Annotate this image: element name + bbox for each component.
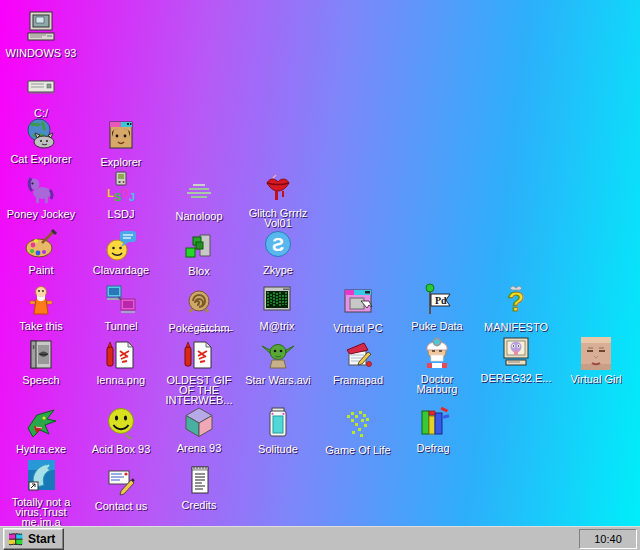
desktop-icon-speech[interactable]: Speech (3, 337, 79, 385)
icon-label: OLDEST GIF OF THE INTERWEB... (161, 375, 237, 405)
crayondoc-icon (103, 337, 139, 373)
nanoloop-icon (181, 173, 217, 209)
svg-text:D: D (121, 187, 129, 199)
contact-icon (103, 463, 139, 499)
icon-label: DEREG32.E... (478, 373, 554, 383)
explorerface-icon (103, 119, 139, 155)
doctor-icon (419, 336, 455, 372)
icon-label: Pokég̶ã̶t̶c̶h̶m̶ (161, 323, 237, 333)
desktop-icon-glitch-grrrlz[interactable]: Glitch Grrrlz Vol01 (240, 170, 316, 228)
start-button-label: Start (28, 532, 55, 546)
icon-label: Acid Box 93 (83, 444, 159, 454)
desktop-icon-paint[interactable]: Paint (3, 227, 79, 275)
desktop-icon-dereg32[interactable]: DEREG32.E... (478, 335, 554, 383)
icon-label: Tunnel (83, 321, 159, 331)
desktop-icon-arena-93[interactable]: Arena 93 (161, 405, 237, 453)
dolphin-icon (23, 459, 59, 495)
defrag-icon (415, 405, 451, 441)
svg-text:L: L (107, 187, 114, 199)
taskbar: Start 10:40 (0, 526, 640, 550)
icon-label: Hydra.exe (3, 444, 79, 454)
dereg-icon (498, 335, 534, 371)
chatsmiley-icon (103, 227, 139, 263)
desktop-icon-windows-93[interactable]: WINDOWS 93 (3, 10, 79, 58)
desktop-icon-doctor-marburg[interactable]: Doctor Marburg (399, 336, 475, 394)
svg-text:J: J (129, 191, 135, 203)
icon-label: Credits (161, 500, 237, 510)
desktop-icon-clavardage[interactable]: Clavardage (83, 227, 159, 275)
desktop-icon-take-this[interactable]: Take this (3, 283, 79, 331)
icon-label: Clavardage (83, 265, 159, 275)
palette-icon (23, 227, 59, 263)
desktop-icon-pokegotchi[interactable]: Pokég̶ã̶t̶c̶h̶m̶ (161, 285, 237, 333)
icon-label: Framapad (320, 375, 396, 385)
icon-label: Cat Explorer (3, 154, 79, 164)
icon-label: Defrag (395, 443, 471, 453)
cube-icon (181, 405, 217, 441)
tunnel-icon (103, 283, 139, 319)
desktop-icon-oldest-gif[interactable]: OLDEST GIF OF THE INTERWEB... (161, 337, 237, 405)
icon-label: Doctor Marburg (399, 374, 475, 394)
dragon-icon (23, 406, 59, 442)
icon-label: Speech (3, 375, 79, 385)
icon-label: Poney Jockey (3, 209, 79, 219)
win93-flag-icon (8, 531, 24, 547)
icon-label: LSDJ (83, 209, 159, 219)
desktop-icon-not-a-virus[interactable]: Totally not a virus.Trust me.im.a (3, 459, 79, 526)
desktop-icon-game-of-life[interactable]: Game Of Life (320, 407, 396, 455)
icon-label: Explorer (83, 157, 159, 167)
icon-label: Nanoloop (161, 211, 237, 221)
icon-label: Contact us (83, 501, 159, 511)
lips-icon (260, 170, 296, 206)
desktop-icon-defrag[interactable]: Defrag (395, 405, 471, 453)
start-button[interactable]: Start (3, 528, 64, 550)
desktop-icon-lsdj[interactable]: LSDJLSDJ (83, 171, 159, 219)
gameoflife-icon (340, 407, 376, 443)
icon-label: MANIFESTO (478, 322, 554, 332)
icon-label: Totally not a virus.Trust me.im.a (3, 497, 79, 526)
desktop-icon-credits[interactable]: Credits (161, 462, 237, 510)
desktop-icon-tunnel[interactable]: Tunnel (83, 283, 159, 331)
icon-label: lenna.png (83, 375, 159, 385)
desktop-icon-lenna-png[interactable]: lenna.png (83, 337, 159, 385)
virtualgirl-icon (578, 336, 614, 372)
desktop-icon-virtual-pc[interactable]: Virtual PC (320, 285, 396, 333)
svg-text:Pd: Pd (435, 295, 447, 306)
desktop-icon-virtual-girl[interactable]: Virtual Girl (558, 336, 634, 384)
icon-label: Star Wars.avi (240, 375, 316, 385)
desktop-icon-hydra-exe[interactable]: Hydra.exe (3, 406, 79, 454)
desktop-icon-poney-jockey[interactable]: Poney Jockey (3, 171, 79, 219)
question-icon: ? (498, 284, 534, 320)
desktop-icon-manifesto[interactable]: ?MANIFESTO (478, 284, 554, 332)
clock-tray[interactable]: 10:40 (579, 529, 637, 549)
acidsmiley-icon (103, 406, 139, 442)
icon-label: Game Of Life (320, 445, 396, 455)
desktop-icon-contact-us[interactable]: Contact us (83, 463, 159, 511)
desktop-icon-star-wars-avi[interactable]: Star Wars.avi (240, 337, 316, 385)
desktop-icon-solitude[interactable]: Solitude (240, 406, 316, 454)
desktop-icon-explorer[interactable]: Explorer (83, 119, 159, 167)
solitudecard-icon (260, 406, 296, 442)
icon-label: Take this (3, 321, 79, 331)
clock: 10:40 (594, 533, 622, 545)
desktop-icon-nanoloop[interactable]: Nanoloop (161, 173, 237, 221)
computer-icon (23, 10, 59, 46)
desktop-icon-zkype[interactable]: SZkype (240, 227, 316, 275)
framapad-icon (340, 337, 376, 373)
catglobe-icon (23, 116, 59, 152)
desktop-icon-framapad[interactable]: Framapad (320, 337, 396, 385)
helix-icon (181, 285, 217, 321)
desktop-icon-cat-explorer[interactable]: Cat Explorer (3, 116, 79, 164)
desktop-icon-blox[interactable]: Blox (161, 228, 237, 276)
yoda-icon (260, 337, 296, 373)
desktop-icon-c-drive[interactable]: C:/ (3, 70, 79, 118)
credits-icon (181, 462, 217, 498)
desktop[interactable]: WINDOWS 93C:/Cat ExplorerExplorerPoney J… (0, 0, 640, 526)
icon-label: Zkype (240, 265, 316, 275)
icon-label: Blox (161, 266, 237, 276)
desktop-icon-matrix[interactable]: M@trix (239, 283, 315, 331)
desktop-icon-acid-box-93[interactable]: Acid Box 93 (83, 406, 159, 454)
desktop-icon-puke-data[interactable]: PdPuke Data (399, 283, 475, 331)
drive-icon (23, 70, 59, 106)
pdflag-icon: Pd (419, 283, 455, 319)
